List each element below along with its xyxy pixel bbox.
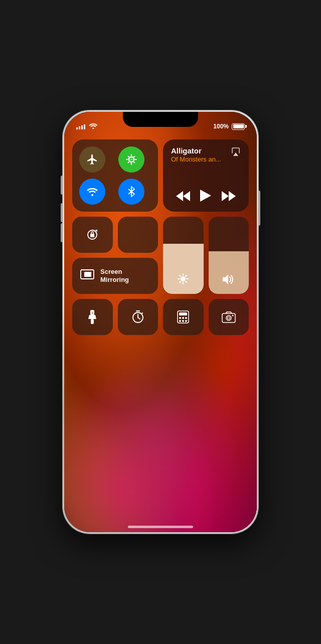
rewind-btn[interactable]	[176, 190, 190, 204]
np-header: Alligator Of Monsters an...	[171, 146, 241, 163]
cc-layout-23: Screen Mirroring	[72, 217, 249, 294]
svg-marker-9	[229, 191, 236, 201]
wifi-btn[interactable]	[79, 179, 105, 205]
screen-mirror-label: Screen Mirroring	[100, 268, 129, 283]
svg-line-20	[186, 281, 187, 282]
svg-marker-8	[222, 191, 229, 201]
brightness-tile[interactable]	[163, 217, 204, 294]
camera-tile[interactable]	[209, 299, 249, 335]
now-playing-tile[interactable]: Alligator Of Monsters an...	[163, 139, 249, 212]
volume-tile[interactable]	[209, 217, 249, 294]
svg-rect-11	[90, 234, 94, 237]
svg-point-35	[179, 317, 181, 319]
timer-tile[interactable]	[118, 299, 158, 335]
np-artist: Of Monsters an...	[171, 155, 231, 163]
brightness-icon	[178, 273, 189, 287]
svg-rect-41	[222, 313, 235, 323]
airplay-icon[interactable]	[231, 146, 241, 159]
svg-line-19	[180, 275, 181, 276]
cc-row-1: Alligator Of Monsters an...	[72, 139, 249, 212]
connectivity-tile[interactable]	[72, 139, 158, 212]
svg-point-42	[226, 315, 231, 320]
signal-bar-3	[81, 125, 83, 129]
np-controls	[171, 190, 241, 205]
calculator-tile[interactable]	[163, 299, 204, 335]
fast-forward-btn[interactable]	[222, 190, 236, 204]
screen-mirroring-tile[interactable]: Screen Mirroring	[72, 258, 158, 294]
np-info: Alligator Of Monsters an...	[171, 146, 231, 163]
signal-bars	[76, 123, 85, 129]
wifi-icon	[89, 123, 97, 130]
svg-point-43	[227, 317, 230, 319]
notch	[123, 112, 198, 127]
svg-point-36	[182, 317, 184, 319]
bluetooth-btn[interactable]	[118, 179, 144, 205]
svg-line-30	[138, 317, 140, 319]
svg-line-21	[186, 275, 187, 276]
rotation-lock-tile[interactable]	[72, 217, 113, 253]
home-indicator	[128, 526, 193, 528]
battery-percent: 100%	[213, 123, 229, 130]
battery-icon	[232, 123, 245, 130]
signal-bar-4	[84, 124, 85, 129]
svg-point-38	[179, 320, 181, 322]
svg-marker-6	[176, 191, 183, 201]
svg-rect-13	[84, 272, 91, 277]
svg-point-1	[130, 159, 132, 160]
status-right: 100%	[213, 123, 245, 130]
screen-mirror-icon	[80, 269, 94, 282]
svg-point-14	[181, 276, 186, 281]
phone-inner: 100%	[64, 112, 257, 532]
signal-bar-1	[76, 127, 78, 129]
svg-rect-34	[179, 312, 187, 315]
volume-icon	[223, 274, 235, 287]
svg-point-40	[185, 320, 187, 322]
np-title: Alligator	[171, 146, 231, 155]
svg-line-32	[141, 313, 142, 314]
wallpaper-bottom	[64, 321, 257, 532]
airplane-mode-btn[interactable]	[79, 146, 105, 173]
cellular-btn[interactable]	[118, 146, 144, 173]
signal-bar-2	[79, 126, 80, 129]
svg-line-22	[180, 281, 181, 282]
control-center: Alligator Of Monsters an...	[72, 139, 249, 335]
svg-marker-25	[88, 315, 96, 319]
svg-marker-7	[200, 190, 211, 202]
svg-point-37	[185, 317, 187, 319]
svg-point-44	[232, 315, 233, 316]
screen: 100%	[64, 112, 257, 532]
do-not-disturb-tile[interactable]	[118, 217, 158, 253]
flashlight-tile[interactable]	[72, 299, 113, 335]
svg-point-39	[182, 320, 184, 322]
phone-outer: 100%	[63, 110, 258, 534]
svg-marker-23	[223, 274, 228, 284]
cc-row-4	[72, 299, 249, 335]
screen-mirror-text: Screen Mirroring	[100, 268, 129, 283]
play-btn[interactable]	[200, 190, 211, 205]
svg-rect-26	[91, 319, 94, 324]
status-left	[76, 123, 97, 130]
svg-marker-5	[183, 191, 190, 201]
